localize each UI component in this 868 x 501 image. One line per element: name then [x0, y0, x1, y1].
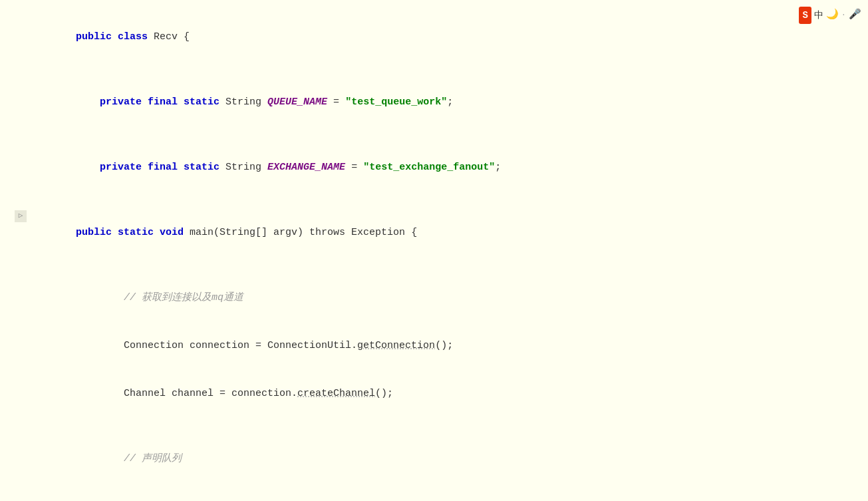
- chinese-input-label: 中: [814, 8, 823, 23]
- comment-declare-queue: // 声明队列: [124, 453, 182, 464]
- open-brace: {: [184, 31, 190, 43]
- code-parens1: ();: [435, 340, 453, 351]
- method-get-connection: getConnection: [357, 340, 435, 351]
- equals: =: [327, 96, 345, 108]
- blank-line-2: [27, 126, 868, 144]
- line-comment-queue-declare: // 声明队列: [27, 435, 868, 483]
- code-channel: Channel channel = connection.: [124, 388, 297, 399]
- line-exchange-name-field: private final static String EXCHANGE_NAM…: [27, 144, 868, 192]
- equals2: =: [345, 162, 363, 173]
- kw-static3: static: [118, 227, 160, 238]
- moon-icon: 🌙: [826, 7, 839, 23]
- line-comment-connection: // 获取到连接以及mq通道: [27, 274, 868, 322]
- type-string2: String: [225, 162, 267, 173]
- kw-void: void: [160, 227, 190, 238]
- indent: [76, 96, 100, 108]
- keyword-throws: throws: [309, 227, 345, 238]
- gutter-mark: ▷: [15, 210, 27, 222]
- kw-private: private: [100, 96, 148, 108]
- microphone-icon: 🎤: [849, 7, 861, 23]
- indent2: [76, 292, 124, 303]
- line-class-decl: public class Recv {: [27, 13, 868, 61]
- comment-get-connection: // 获取到连接以及mq通道: [124, 292, 243, 303]
- var-queue-name: QUEUE_NAME: [267, 96, 327, 108]
- indent5: [76, 453, 124, 464]
- input-toolbar: S 中 🌙 · 🎤: [799, 7, 861, 24]
- var-exchange-name: EXCHANGE_NAME: [267, 162, 345, 173]
- blank-line-5: [27, 418, 868, 435]
- kw-static2: static: [184, 162, 225, 173]
- keyword-public: public: [76, 31, 118, 43]
- indent3: [76, 340, 124, 351]
- code-parens2: ();: [375, 388, 393, 399]
- sougou-icon: S: [799, 7, 811, 24]
- kw-static: static: [184, 96, 225, 108]
- blank-line-1: [27, 61, 868, 79]
- line-queue-name-field: private final static String QUEUE_NAME =…: [27, 79, 868, 126]
- blank-line-3: [27, 192, 868, 209]
- semicolon: ;: [447, 96, 453, 108]
- semicolon2: ;: [495, 162, 501, 173]
- kw-public3: public: [76, 227, 118, 238]
- class-name: Recv: [154, 31, 184, 43]
- kw-final2: final: [148, 162, 184, 173]
- blank-line-4: [27, 257, 868, 274]
- val-exchange-name: "test_exchange_fanout": [363, 162, 495, 173]
- indent4: [76, 388, 124, 399]
- kw-private2: private: [100, 162, 148, 173]
- code-editor: S 中 🌙 · 🎤 public class Recv { private fi…: [0, 0, 868, 501]
- indent: [76, 162, 100, 173]
- code-connection: Connection connection = ConnectionUtil.: [124, 340, 357, 351]
- exception-clause: Exception {: [345, 227, 417, 238]
- val-queue-name: "test_queue_work": [345, 96, 447, 108]
- kw-final: final: [148, 96, 184, 108]
- dot-separator: ·: [841, 9, 846, 22]
- line-get-connection: Connection connection = ConnectionUtil.g…: [27, 322, 868, 370]
- line-queue-declare: channel.queueDeclare(QUEUE_NAME, b: fals…: [27, 483, 868, 501]
- method-create-channel: createChannel: [297, 388, 375, 399]
- keyword-class: class: [118, 31, 154, 43]
- method-main: main(String[] argv): [190, 227, 309, 238]
- type-string: String: [225, 96, 267, 108]
- line-create-channel: Channel channel = connection.createChann…: [27, 370, 868, 418]
- line-main-method: ▷ public static void main(String[] argv)…: [27, 209, 868, 257]
